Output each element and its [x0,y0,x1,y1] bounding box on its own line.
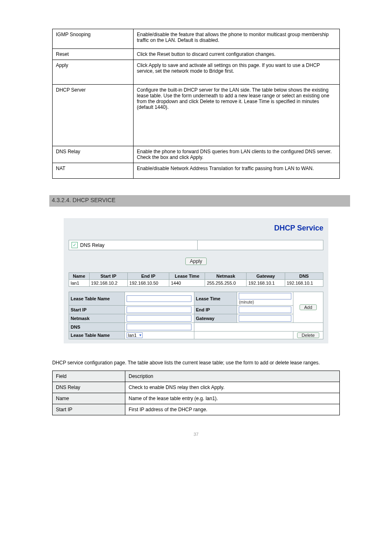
dhcp-service-panel: DHCP Service ✓ DNS Relay Apply Name Star… [64,218,328,343]
label-lease-time: Lease Time [194,292,237,306]
cell: Reset [53,49,134,60]
col-end-ip: End IP [127,273,169,280]
cell: Click the Reset button to discard curren… [134,49,340,60]
cell: Description [125,371,340,382]
cell: Enable/disable the feature that allows t… [134,29,340,49]
col-netmask: Netmask [205,273,247,280]
add-button[interactable]: Add [300,304,317,310]
cell: Enable the phone to forward DNS queries … [134,146,340,163]
input-lease-table-name[interactable] [127,295,191,302]
col-gateway: Gateway [247,273,285,280]
cell: NAT [53,163,134,179]
lease-table-select[interactable]: lan1 [127,332,143,338]
input-start-ip[interactable] [127,306,191,313]
field-description-table-bottom: Field Description DNS RelayCheck to enab… [52,371,340,415]
label-start-ip: Start IP [69,306,125,314]
cell: First IP address of the DHCP range. [125,404,340,415]
panel-title: DHCP Service [69,222,323,240]
cell: Name of the lease table entry (e.g. lan1… [125,393,340,404]
dns-relay-label: DNS Relay [80,242,104,248]
input-dns[interactable] [127,324,191,330]
section-heading: 4.3.2.4. DHCP SERVICE [49,195,350,207]
col-name: Name [69,273,90,280]
caption-text: DHCP service configuration page. The tab… [52,360,340,366]
apply-button[interactable]: Apply [185,258,207,265]
col-lease-time: Lease Time [169,273,205,280]
cell: Apply [53,60,134,85]
input-lease-time[interactable] [239,293,291,299]
dns-relay-row: ✓ DNS Relay [69,240,323,250]
cell: Field [53,371,125,382]
col-dns: DNS [285,273,323,280]
delete-button[interactable]: Delete [297,332,319,338]
label-end-ip: End IP [194,306,237,314]
cell: Name [53,393,125,404]
label-dns: DNS [69,323,125,332]
dns-relay-checkbox[interactable]: ✓ [71,242,78,248]
cell: DHCP Server [53,85,134,146]
cell: DNS Relay [53,382,125,393]
input-end-ip[interactable] [239,306,291,313]
input-netmask[interactable] [127,315,191,322]
label-lease-table-name-2: Lease Table Name [69,332,125,339]
label-lease-table-name: Lease Table Name [69,292,125,306]
col-start-ip: Start IP [89,273,127,280]
table-row: lan1 192.168.10.2 192.168.10.50 1440 255… [69,280,323,287]
cell: IGMP Snooping [53,29,134,49]
cell: DNS Relay [53,146,134,163]
lease-table: Name Start IP End IP Lease Time Netmask … [69,272,323,287]
cell: Enable/disable Network Address Translati… [134,163,340,179]
label-gateway: Gateway [194,314,237,323]
cell: Click Apply to save and activate all set… [134,60,340,85]
page-number: 37 [49,432,343,437]
cell: Check to enable DNS relay then click App… [125,382,340,393]
lease-form: Lease Table Name Lease Time (minute) Add… [69,292,323,339]
cell: Start IP [53,404,125,415]
input-gateway[interactable] [239,315,291,322]
minute-label: (minute) [239,300,254,304]
cell: Configure the built-in DHCP server for t… [134,85,340,146]
label-netmask: Netmask [69,314,125,323]
field-description-table-top: IGMP SnoopingEnable/disable the feature … [52,29,340,179]
